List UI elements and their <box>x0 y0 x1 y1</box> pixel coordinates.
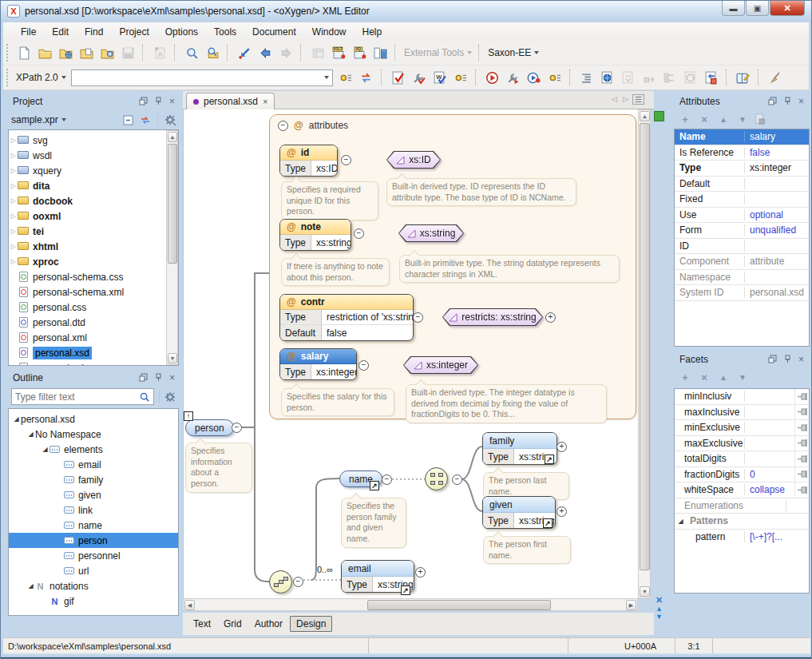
tree-item[interactable]: ◢No Namespace <box>9 427 178 442</box>
author-review-button[interactable] <box>733 68 754 87</box>
menu-options[interactable]: Options <box>157 24 206 40</box>
tree-item[interactable]: ▷svg <box>9 133 178 148</box>
facet-group-row[interactable]: ◢Patterns <box>675 514 809 530</box>
fixed-pin-icon[interactable] <box>794 420 809 435</box>
apply-transformation-button[interactable] <box>482 68 503 87</box>
open-url-button[interactable] <box>55 43 76 62</box>
collapse-section-icon[interactable]: − <box>278 121 288 131</box>
last-edit-location-button[interactable] <box>234 43 255 62</box>
tree-item[interactable]: personal-schema.xml <box>9 284 178 300</box>
project-scrollbar[interactable]: ▲ ▼ <box>166 130 178 365</box>
close-tab-icon[interactable]: × <box>263 97 267 106</box>
collapse-icon[interactable]: − <box>232 423 242 433</box>
expand-icon[interactable]: + <box>415 567 426 578</box>
attr-salary-box-selected[interactable]: @salary Typexs:integer <box>279 348 357 380</box>
sequence-compositor-icon[interactable] <box>269 570 292 593</box>
attribute-row[interactable]: Is Referencefalse <box>675 145 809 161</box>
tree-item[interactable]: personal.dtd <box>9 315 178 330</box>
facet-row[interactable]: maxExclusive <box>675 436 809 452</box>
tab-personal-xsd[interactable]: personal.xsd × <box>186 93 275 109</box>
fixed-pin-icon[interactable] <box>794 482 809 498</box>
facet-row[interactable]: pattern[\-+]?[... <box>675 530 809 546</box>
xslt-debugger-button[interactable]: XSLT <box>328 43 349 62</box>
link-with-editor-icon[interactable] <box>140 115 151 125</box>
collapse-icon[interactable]: − <box>358 360 369 371</box>
attribute-row[interactable]: Componentattribute <box>675 254 809 270</box>
collapse-icon[interactable]: − <box>354 228 364 239</box>
xpath-input[interactable] <box>71 69 333 86</box>
open-in-browser-button[interactable] <box>597 68 618 87</box>
check-well-formed-button[interactable]: W <box>430 68 450 87</box>
attr-note-box[interactable]: @note Typexs:string <box>279 219 351 251</box>
tree-item[interactable]: link <box>9 502 178 518</box>
restore-button[interactable]: ▣ <box>746 1 769 16</box>
add-attribute-button[interactable]: + <box>678 113 692 125</box>
go-to-definition-icon[interactable]: ↑ <box>184 411 193 421</box>
tree-item[interactable]: Ngif <box>9 593 178 609</box>
attribute-row[interactable]: Useoptional <box>675 208 809 224</box>
attribute-row[interactable]: Default <box>675 177 809 193</box>
menu-window[interactable]: Window <box>304 24 355 40</box>
mode-tab-design[interactable]: Design <box>290 616 332 632</box>
clean-up-button[interactable] <box>765 68 786 87</box>
fixed-pin-icon[interactable] <box>794 405 809 420</box>
menu-project[interactable]: Project <box>111 24 156 40</box>
type-restricts-box[interactable]: restricts: xs:string <box>442 308 543 326</box>
attribute-row[interactable]: ID <box>675 239 809 255</box>
web-refresh-button[interactable] <box>680 68 701 87</box>
menu-find[interactable]: Find <box>77 24 111 40</box>
collapse-icon[interactable]: − <box>293 577 303 587</box>
pin-icon[interactable] <box>155 97 162 105</box>
tree-item[interactable]: ◢elements <box>9 442 178 457</box>
type-xsid-box[interactable]: xs:ID <box>386 151 441 169</box>
delete-attribute-button[interactable]: × <box>697 113 711 125</box>
float-icon[interactable] <box>139 97 148 105</box>
tree-item[interactable]: ▷tei <box>9 224 178 239</box>
tree-item[interactable]: ◢Nnotations <box>9 578 178 593</box>
minimize-button[interactable]: ▬ <box>722 1 745 16</box>
tree-item-selected[interactable]: person <box>9 533 178 548</box>
pin-icon[interactable] <box>784 355 791 363</box>
fixed-pin-icon[interactable] <box>794 389 809 404</box>
float-icon[interactable] <box>768 355 777 363</box>
tree-item[interactable]: personal-schema.css <box>9 269 178 284</box>
import-document-button[interactable] <box>701 68 722 87</box>
grid-view-button[interactable] <box>307 43 328 62</box>
tree-item[interactable]: name <box>9 518 178 533</box>
next-tab-icon[interactable]: ▷ <box>623 95 628 103</box>
move-up-button[interactable]: ▲ <box>716 373 731 382</box>
debug-scenario-button[interactable] <box>524 68 545 87</box>
search-button[interactable] <box>181 43 202 62</box>
find-in-files-button[interactable] <box>202 43 223 62</box>
attr-contr-box[interactable]: @contr Typerestriction of 'xs:string' De… <box>279 294 414 341</box>
attribute-row[interactable]: Typexs:integer <box>675 161 809 177</box>
tree-item[interactable]: ▷ooxml <box>9 208 178 224</box>
close-button[interactable]: ✕ <box>770 1 805 16</box>
facet-row[interactable]: Enumerations <box>675 498 809 514</box>
tree-item[interactable]: url <box>9 563 178 578</box>
attr-id-box[interactable]: @id Typexs:ID <box>279 145 338 177</box>
prev-tab-icon[interactable]: ◁ <box>612 95 617 103</box>
expand-icon[interactable]: + <box>557 442 567 452</box>
move-down-button[interactable]: ▼ <box>735 115 750 124</box>
menu-help[interactable]: Help <box>355 24 390 40</box>
xpath-version-button[interactable]: XPath 2.0 <box>14 72 69 83</box>
attribute-row[interactable]: Namespace <box>675 270 809 286</box>
add-facet-button[interactable]: + <box>678 371 692 383</box>
facet-row[interactable]: minExclusive <box>675 420 809 436</box>
pin-icon[interactable] <box>784 97 791 105</box>
facet-row[interactable]: minInclusiv <box>675 389 809 405</box>
tree-item[interactable]: ▷xquery <box>9 163 178 178</box>
collapse-icon[interactable]: − <box>341 155 351 165</box>
transformation-engine-button[interactable]: Saxon-EE <box>485 47 541 58</box>
switch-console-button[interactable] <box>356 68 377 87</box>
back-button[interactable] <box>255 43 275 62</box>
xml-to-json-button[interactable] <box>618 68 639 87</box>
editor-horizontal-scrollbar[interactable]: ◀ ▶ <box>183 598 638 611</box>
open-templates-button[interactable] <box>76 43 97 62</box>
facet-row[interactable]: maxInclusive <box>675 405 809 421</box>
close-panel-icon[interactable]: × <box>169 96 175 107</box>
close-panel-icon[interactable]: × <box>169 372 175 383</box>
close-panel-icon[interactable]: × <box>798 354 804 365</box>
save-button[interactable] <box>117 43 138 62</box>
